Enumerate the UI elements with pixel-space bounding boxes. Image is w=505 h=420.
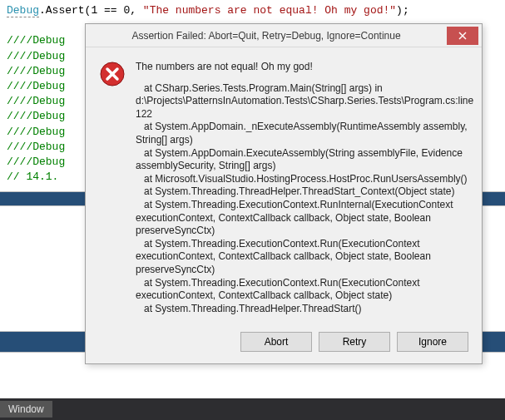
code-line-assert: Debug.Assert(1 == 0, "The numbers are no… (7, 3, 498, 18)
dialog-button-row: Abort Retry Ignore (86, 322, 482, 363)
abort-button[interactable]: Abort (240, 332, 312, 352)
status-bar: Window (0, 398, 505, 420)
close-icon (458, 32, 467, 40)
dialog-titlebar[interactable]: Assertion Failed: Abort=Quit, Retry=Debu… (86, 24, 482, 47)
stack-trace: at CSharp.Series.Tests.Program.Main(Stri… (136, 82, 473, 316)
error-icon (99, 61, 129, 315)
message-area: The numbers are not equal! Oh my god! at… (136, 61, 473, 315)
assertion-dialog: Assertion Failed: Abort=Quit, Retry=Debu… (85, 23, 483, 364)
ignore-button[interactable]: Ignore (397, 332, 468, 352)
retry-button[interactable]: Retry (319, 332, 390, 352)
dialog-title: Assertion Failed: Abort=Quit, Retry=Debu… (86, 30, 447, 42)
window-tab[interactable]: Window (0, 401, 52, 418)
close-button[interactable] (447, 27, 478, 45)
assertion-message: The numbers are not equal! Oh my god! (136, 61, 473, 74)
debug-token: Debug (7, 4, 39, 17)
